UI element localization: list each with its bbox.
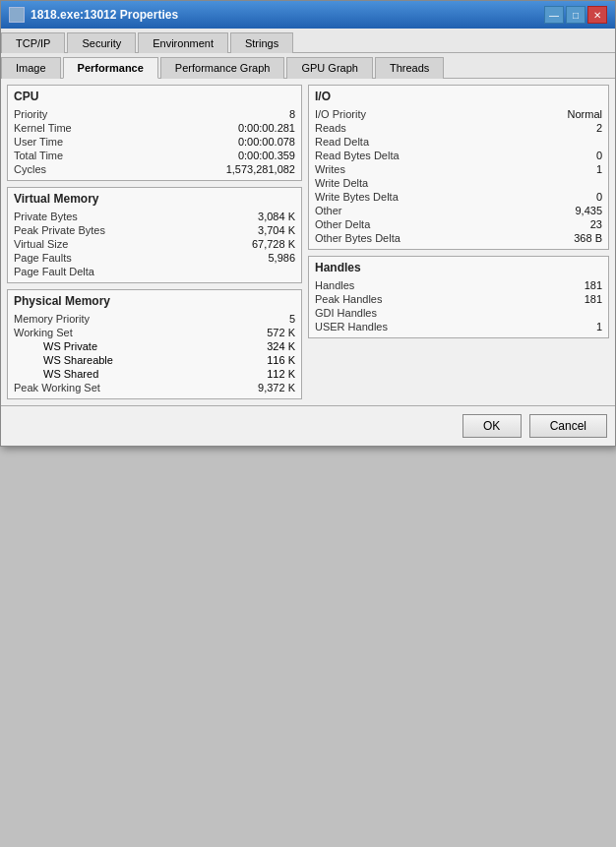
io-priority-value: Normal [524, 108, 602, 120]
private-bytes-row: Private Bytes 3,084 K [14, 210, 295, 223]
read-bytes-delta-value: 0 [524, 150, 602, 161]
physical-memory-title: Physical Memory [14, 294, 295, 308]
read-delta-value [524, 136, 602, 148]
other-row: Other 9,435 [315, 204, 602, 217]
peak-private-bytes-label: Peak Private Bytes [14, 224, 105, 236]
virtual-memory-title: Virtual Memory [14, 192, 295, 206]
cpu-total-row: Total Time 0:00:00.359 [14, 149, 295, 162]
other-delta-value: 23 [524, 218, 602, 230]
writes-row: Writes 1 [315, 162, 602, 176]
ws-shareable-row: WS Shareable 116 K [14, 353, 295, 367]
cpu-cycles-row: Cycles 1,573,281,082 [14, 162, 295, 176]
ws-private-label: WS Private [43, 340, 97, 352]
cpu-priority-row: Priority 8 [14, 107, 295, 121]
cpu-user-label: User Time [14, 136, 63, 148]
page-faults-label: Page Faults [14, 252, 72, 264]
user-handles-value: 1 [524, 321, 602, 333]
cpu-panel: CPU Priority 8 Kernel Time 0:00:00.281 U… [7, 85, 302, 181]
user-handles-row: USER Handles 1 [315, 320, 602, 333]
tab-strings[interactable]: Strings [230, 32, 293, 53]
working-set-row: Working Set 572 K [14, 326, 295, 339]
ws-private-value: 324 K [267, 340, 295, 352]
write-delta-label: Write Delta [315, 177, 368, 189]
cpu-kernel-value: 0:00:00.281 [216, 122, 295, 134]
tab-security[interactable]: Security [67, 32, 136, 53]
io-priority-label: I/O Priority [315, 108, 366, 120]
peak-private-bytes-value: 3,704 K [216, 224, 295, 236]
handles-value: 181 [524, 279, 602, 291]
page-fault-delta-value [216, 266, 295, 277]
tab-performance-graph[interactable]: Performance Graph [160, 57, 285, 79]
other-bytes-delta-value: 368 B [524, 232, 602, 244]
cpu-kernel-label: Kernel Time [14, 122, 72, 134]
title-controls: — □ ✕ [544, 6, 607, 24]
virtual-size-value: 67,728 K [216, 238, 295, 250]
close-button[interactable]: ✕ [587, 6, 607, 24]
panels-row: CPU Priority 8 Kernel Time 0:00:00.281 U… [7, 85, 609, 399]
peak-working-set-row: Peak Working Set 9,372 K [14, 381, 295, 394]
memory-priority-label: Memory Priority [14, 313, 90, 325]
io-priority-row: I/O Priority Normal [315, 107, 602, 121]
write-delta-row: Write Delta [315, 176, 602, 190]
gdi-handles-row: GDI Handles [315, 306, 602, 320]
tab-threads[interactable]: Threads [375, 57, 444, 79]
private-bytes-label: Private Bytes [14, 211, 78, 222]
peak-working-set-value: 9,372 K [216, 382, 295, 393]
virtual-memory-panel: Virtual Memory Private Bytes 3,084 K Pea… [7, 187, 302, 283]
writes-label: Writes [315, 163, 345, 175]
memory-priority-row: Memory Priority 5 [14, 312, 295, 326]
handles-title: Handles [315, 261, 602, 274]
tab-performance[interactable]: Performance [63, 57, 158, 79]
left-panel: CPU Priority 8 Kernel Time 0:00:00.281 U… [7, 85, 302, 399]
cancel-button[interactable]: Cancel [529, 414, 607, 438]
peak-handles-label: Peak Handles [315, 293, 383, 305]
peak-private-bytes-row: Peak Private Bytes 3,704 K [14, 223, 295, 237]
ok-button[interactable]: OK [462, 414, 522, 438]
ws-shareable-label: WS Shareable [43, 354, 113, 366]
tab-environment[interactable]: Environment [138, 32, 228, 53]
working-set-value: 572 K [216, 327, 295, 338]
tab-tcpip[interactable]: TCP/IP [1, 32, 65, 53]
minimize-button[interactable]: — [544, 6, 564, 24]
write-bytes-delta-row: Write Bytes Delta 0 [315, 190, 602, 204]
main-content: CPU Priority 8 Kernel Time 0:00:00.281 U… [1, 79, 615, 405]
page-fault-delta-row: Page Fault Delta [14, 265, 295, 278]
page-faults-value: 5,986 [216, 252, 295, 264]
cpu-priority-value: 8 [216, 108, 295, 120]
peak-working-set-label: Peak Working Set [14, 382, 100, 393]
cpu-title: CPU [14, 90, 295, 103]
tab-image[interactable]: Image [1, 57, 61, 79]
bottom-bar: OK Cancel [1, 405, 615, 446]
cpu-total-value: 0:00:00.359 [216, 150, 295, 161]
cpu-cycles-label: Cycles [14, 163, 46, 175]
main-window: 1818.exe:13012 Properties — □ ✕ TCP/IP S… [0, 0, 616, 447]
read-delta-row: Read Delta [315, 135, 602, 149]
cpu-cycles-value: 1,573,281,082 [216, 163, 295, 175]
ws-shared-label: WS Shared [43, 368, 98, 380]
ws-shareable-value: 116 K [267, 354, 295, 366]
reads-value: 2 [524, 122, 602, 134]
virtual-size-label: Virtual Size [14, 238, 68, 250]
cpu-kernel-row: Kernel Time 0:00:00.281 [14, 121, 295, 135]
window-title: 1818.exe:13012 Properties [31, 8, 178, 22]
handles-row: Handles 181 [315, 278, 602, 292]
tabs-row-2: Image Performance Performance Graph GPU … [1, 53, 615, 79]
other-delta-label: Other Delta [315, 218, 370, 230]
other-value: 9,435 [524, 205, 602, 216]
io-title: I/O [315, 90, 602, 103]
write-bytes-delta-value: 0 [524, 191, 602, 203]
peak-handles-value: 181 [524, 293, 602, 305]
tab-gpu-graph[interactable]: GPU Graph [286, 57, 372, 79]
tabs-row-1: TCP/IP Security Environment Strings [1, 29, 615, 53]
user-handles-label: USER Handles [315, 321, 388, 333]
cpu-total-label: Total Time [14, 150, 63, 161]
page-faults-row: Page Faults 5,986 [14, 251, 295, 265]
other-delta-row: Other Delta 23 [315, 217, 602, 231]
cpu-priority-label: Priority [14, 108, 47, 120]
gdi-handles-label: GDI Handles [315, 307, 377, 319]
maximize-button[interactable]: □ [566, 6, 585, 24]
read-bytes-delta-row: Read Bytes Delta 0 [315, 149, 602, 162]
handles-panel: Handles Handles 181 Peak Handles 181 GDI… [308, 256, 609, 338]
handles-label: Handles [315, 279, 354, 291]
io-panel: I/O I/O Priority Normal Reads 2 Read Del… [308, 85, 609, 250]
